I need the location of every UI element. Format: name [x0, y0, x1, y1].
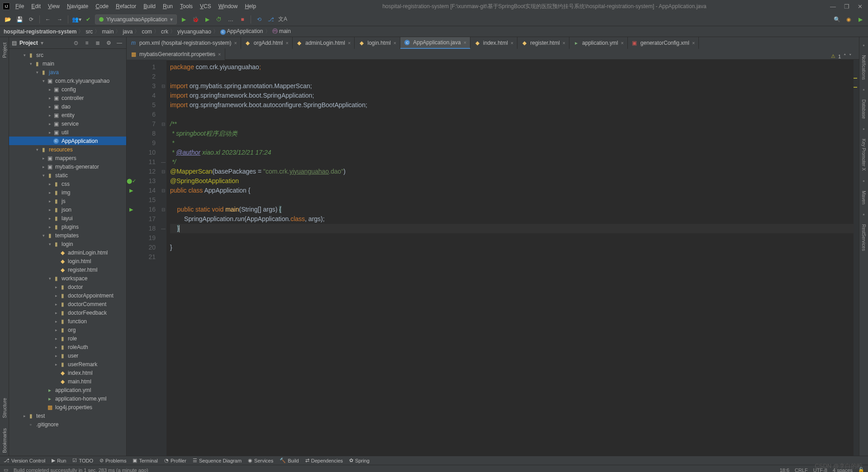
tree-item--gitignore[interactable]: ▫.gitignore	[9, 420, 126, 429]
code-line-14[interactable]: public class AppApplication {	[170, 186, 854, 195]
code-line-16[interactable]: public static void main(String[] args) {	[170, 205, 854, 214]
status-popup-icon[interactable]: ▭	[4, 467, 8, 472]
code-line-10[interactable]: * @author xiao.xl 2023/12/21 17:24	[170, 148, 854, 157]
menu-run[interactable]: Run	[160, 2, 175, 10]
code-line-17[interactable]: SpringApplication.run(AppApplication.cla…	[170, 214, 854, 224]
breadcrumb-item[interactable]: com	[142, 28, 152, 35]
tool-version-control[interactable]: ⎇Version Control	[4, 458, 45, 463]
tree-item-doctorcomment[interactable]: ▸▮doctorComment	[9, 300, 126, 308]
tree-item-service[interactable]: ▸▣service	[9, 119, 126, 128]
prev-highlight-icon[interactable]: ˄	[844, 53, 846, 59]
code-line-4[interactable]: import org.springframework.boot.SpringAp…	[170, 91, 854, 100]
tree-item-java[interactable]: ▾▮java	[9, 68, 126, 76]
tool-terminal[interactable]: ▣Terminal	[133, 458, 158, 463]
tree-item-main-html[interactable]: ◆main.html	[9, 377, 126, 386]
menu-code[interactable]: Code	[93, 2, 111, 10]
breadcrumb-item[interactable]: crk	[161, 28, 168, 35]
sync-icon[interactable]: ⟳	[26, 14, 36, 24]
code-line-11[interactable]: */	[170, 157, 854, 167]
project-stripe-button[interactable]: Project	[1, 40, 8, 61]
tab-register-html[interactable]: ◆register.html×	[517, 37, 569, 49]
code-line-5[interactable]: import org.springframework.boot.autoconf…	[170, 100, 854, 110]
profile-button[interactable]: ⏱	[214, 14, 224, 24]
menu-edit[interactable]: Edit	[28, 2, 43, 10]
bookmarks-stripe-button[interactable]: Bookmarks	[1, 425, 8, 456]
tool-build[interactable]: 🔨Build	[280, 458, 299, 463]
select-opened-icon[interactable]: ⊙	[72, 39, 80, 47]
editor[interactable]: ⬤✓▶▶ 123456789101112131415161718192021 ⊟…	[127, 60, 859, 456]
tool-todo[interactable]: ☑TODO	[72, 458, 93, 463]
tree-item-css[interactable]: ▸▮css	[9, 179, 126, 188]
menu-help[interactable]: Help	[242, 2, 259, 10]
menu-view[interactable]: View	[45, 2, 62, 10]
tool-sequence-diagram[interactable]: ☰Sequence Diagram	[193, 458, 242, 463]
gear-icon[interactable]: ⚙	[104, 39, 113, 47]
tree-item-log4j-properties[interactable]: ▦log4j.properties	[9, 403, 126, 411]
error-stripe[interactable]	[854, 60, 859, 456]
tab-close-icon[interactable]: ×	[348, 40, 351, 46]
tab-close-icon[interactable]: ×	[218, 52, 221, 57]
tab-close-icon[interactable]: ×	[621, 40, 623, 46]
right-stripe-restservices[interactable]: RestServices	[861, 224, 866, 251]
tree-item-application-home-yml[interactable]: ▸application-home.yml	[9, 394, 126, 403]
code-line-12[interactable]: @MapperScan(basePackages = "com.crk.yiyu…	[170, 167, 854, 176]
project-tree[interactable]: ▾▮src▾▮main▾▮java▾▣com.crk.yiyuanguahao▸…	[9, 49, 126, 456]
code-area[interactable]: package com.crk.yiyuanguahao;import org.…	[166, 60, 854, 456]
tree-item-js[interactable]: ▸▮js	[9, 197, 126, 205]
tree-item-util[interactable]: ▸▣util	[9, 128, 126, 137]
menu-file[interactable]: File	[13, 2, 27, 10]
tool-dependencies[interactable]: ⇄Dependencies	[305, 458, 343, 463]
tree-item-config[interactable]: ▸▣config	[9, 85, 126, 94]
code-line-7[interactable]: /**	[170, 119, 854, 129]
right-stripe-key-promoter-x[interactable]: Key Promoter X	[861, 139, 866, 171]
translate-icon[interactable]: 文A	[278, 14, 288, 24]
code-line-18[interactable]: }	[170, 224, 854, 233]
tab-close-icon[interactable]: ×	[511, 40, 513, 46]
open-icon[interactable]: 📂	[3, 14, 13, 24]
tree-item-appapplication[interactable]: CAppApplication	[9, 137, 126, 145]
tab-mybatisgeneratorinit-properties[interactable]: ▦mybatisGeneratorInit.properties×	[127, 48, 225, 60]
breadcrumb-item[interactable]: hospital-registration-system	[4, 28, 76, 35]
vcs-check-icon[interactable]: ✔	[83, 14, 93, 24]
breadcrumb-item[interactable]: java	[123, 28, 133, 35]
code-line-19[interactable]	[170, 233, 854, 243]
right-stripe-database[interactable]: Database	[861, 99, 866, 119]
tab-login-html[interactable]: ◆login.html×	[355, 37, 400, 49]
tab-orgadd-html[interactable]: ◆orgAdd.html×	[241, 37, 293, 49]
tree-item-dao[interactable]: ▸▣dao	[9, 102, 126, 111]
code-line-3[interactable]: import org.mybatis.spring.annotation.Map…	[170, 81, 854, 91]
tree-item-img[interactable]: ▸▮img	[9, 188, 126, 197]
breadcrumb-item[interactable]: main	[102, 28, 114, 35]
forward-icon[interactable]: →	[55, 14, 65, 24]
tree-item-layui[interactable]: ▸▮layui	[9, 214, 126, 222]
tree-item-adminlogin-html[interactable]: ◆adminLogin.html	[9, 248, 126, 257]
minimize-icon[interactable]: —	[830, 3, 836, 10]
breadcrumb-item[interactable]: src	[85, 28, 93, 35]
menu-window[interactable]: Window	[216, 2, 241, 10]
tree-item-register-html[interactable]: ◆register.html	[9, 265, 126, 274]
code-line-8[interactable]: * springboot程序启动类	[170, 129, 854, 138]
right-stripe-maven[interactable]: Maven	[861, 191, 866, 204]
vcs-update-icon[interactable]: ⟲	[254, 14, 264, 24]
gutter-icons[interactable]: ⬤✓▶▶	[127, 60, 136, 456]
tab-close-icon[interactable]: ×	[692, 40, 695, 46]
right-stripe-notifications[interactable]: Notifications	[861, 55, 866, 80]
tree-item-login[interactable]: ▾▮login	[9, 240, 126, 248]
tab-close-icon[interactable]: ×	[464, 40, 466, 45]
code-line-1[interactable]: package com.crk.yiyuanguahao;	[170, 62, 854, 72]
tree-item-json[interactable]: ▸▮json	[9, 205, 126, 214]
tree-item-role[interactable]: ▸▮role	[9, 334, 126, 343]
search-icon[interactable]: 🔍	[832, 14, 842, 24]
hide-icon[interactable]: —	[115, 39, 123, 47]
expand-all-icon[interactable]: ≡	[83, 39, 91, 47]
save-icon[interactable]: 💾	[14, 14, 24, 24]
tree-item-org[interactable]: ▸▮org	[9, 326, 126, 334]
maximize-icon[interactable]: ❐	[844, 3, 849, 10]
run-button[interactable]: ▶	[179, 14, 189, 24]
coverage-button[interactable]: ▶	[202, 14, 212, 24]
tab-close-icon[interactable]: ×	[563, 40, 565, 46]
tab-index-html[interactable]: ◆index.html×	[470, 37, 517, 49]
tree-item-plugins[interactable]: ▸▮plugins	[9, 222, 126, 231]
tree-item-test[interactable]: ▸▮test	[9, 411, 126, 420]
tree-item-com-crk-yiyuanguahao[interactable]: ▾▣com.crk.yiyuanguahao	[9, 76, 126, 85]
